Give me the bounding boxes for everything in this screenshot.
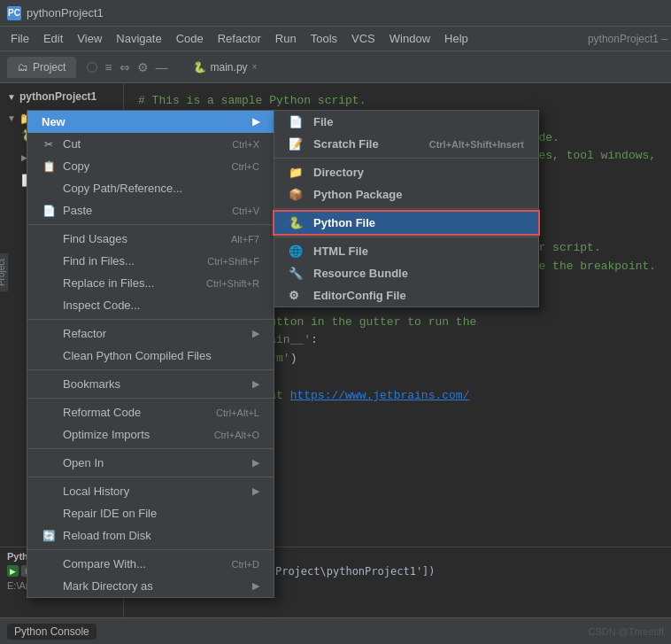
copy-shortcut: Ctrl+C	[232, 161, 259, 172]
ctx-find-usages[interactable]: Find Usages Alt+F7	[27, 228, 274, 250]
compare-label: Compare With...	[63, 557, 211, 570]
open-in-arrow: ▶	[252, 457, 259, 469]
console-play-btn[interactable]: ▶	[7, 565, 19, 577]
submenu-item-pypackage[interactable]: 📦 Python Package	[274, 183, 538, 206]
pypackage-icon: 📦	[289, 188, 306, 201]
ctx-repair-ide[interactable]: Repair IDE on File	[27, 502, 274, 524]
main-py-tab[interactable]: 🐍 main.py ×	[182, 57, 268, 78]
ctx-reformat[interactable]: Reformat Code Ctrl+Alt+L	[27, 401, 274, 423]
ctx-bookmarks[interactable]: Bookmarks ▶	[27, 373, 274, 395]
project-tab-icon: 🗂	[18, 61, 28, 74]
clean-label: Clean Python Compiled Files	[63, 349, 259, 362]
title-bar: PC pythonProject1	[0, 0, 671, 27]
ctx-copy-path[interactable]: Copy Path/Reference...	[27, 177, 274, 199]
editorconfig-icon: ⚙	[289, 289, 306, 302]
copy-label: Copy	[63, 159, 211, 173]
reformat-shortcut: Ctrl+Alt+L	[216, 407, 259, 418]
toolbar-gear-icon[interactable]: ⚙	[137, 60, 149, 74]
cut-icon: ✂	[42, 138, 56, 151]
find-files-shortcut: Ctrl+Shift+F	[207, 256, 259, 267]
status-console-label: Python Console	[7, 624, 96, 640]
menu-file[interactable]: File	[4, 28, 36, 49]
cut-shortcut: Ctrl+X	[232, 139, 259, 150]
submenu-sep-3	[274, 237, 538, 237]
submenu-item-scratch[interactable]: 📝 Scratch File Ctrl+Alt+Shift+Insert	[274, 133, 538, 155]
menu-run[interactable]: Run	[268, 28, 304, 49]
file-icon: 📄	[289, 115, 306, 128]
inspect-label: Inspect Code...	[63, 299, 259, 312]
find-files-label: Find in Files...	[63, 254, 186, 268]
submenu-item-html[interactable]: 🌐 HTML File	[274, 240, 538, 262]
refactor-arrow: ▶	[252, 328, 259, 339]
status-bar: Python Console CSDN @Threetiff	[0, 617, 671, 644]
ctx-new-header[interactable]: New ▶ 📄 File 📝 Scratch File Ctrl+Alt+Shi…	[27, 111, 274, 133]
submenu-item-file[interactable]: 📄 File	[274, 111, 538, 133]
menu-navigate[interactable]: Navigate	[109, 28, 168, 49]
submenu-item-directory[interactable]: 📁 Directory	[274, 161, 538, 183]
resource-label: Resource Bundle	[313, 267, 524, 280]
main-py-icon: 🐍	[193, 61, 206, 74]
local-history-arrow: ▶	[252, 485, 259, 497]
bookmarks-arrow: ▶	[252, 378, 259, 390]
toolbar-icon-2[interactable]: ≡	[104, 60, 112, 74]
menu-vcs[interactable]: VCS	[344, 28, 382, 49]
submenu-sep-2	[274, 208, 538, 209]
ctx-reload[interactable]: 🔄 Reload from Disk	[27, 524, 274, 547]
ctx-clean-python[interactable]: Clean Python Compiled Files	[27, 345, 274, 367]
reformat-label: Reformat Code	[63, 406, 195, 419]
ctx-inspect[interactable]: Inspect Code...	[27, 294, 274, 316]
menu-view[interactable]: View	[70, 28, 109, 49]
ctx-copy[interactable]: 📋 Copy Ctrl+C	[27, 155, 274, 177]
ctx-sep-6	[27, 477, 274, 477]
watermark-text: CSDN @Threetiff	[588, 626, 664, 637]
new-submenu: 📄 File 📝 Scratch File Ctrl+Alt+Shift+Ins…	[274, 110, 539, 307]
menu-tools[interactable]: Tools	[304, 28, 344, 49]
ctx-find-files[interactable]: Find in Files... Ctrl+Shift+F	[27, 250, 274, 272]
ctx-mark-dir[interactable]: Mark Directory as ▶	[27, 575, 274, 597]
ctx-compare[interactable]: Compare With... Ctrl+D	[27, 553, 274, 575]
scratch-shortcut: Ctrl+Alt+Shift+Insert	[429, 139, 524, 150]
submenu-item-resource[interactable]: 🔧 Resource Bundle	[274, 262, 538, 284]
menu-help[interactable]: Help	[437, 28, 475, 49]
ctx-refactor[interactable]: Refactor ▶	[27, 322, 274, 345]
project-tab[interactable]: 🗂 Project	[7, 57, 76, 78]
tab-close-icon[interactable]: ×	[252, 62, 258, 72]
toolbar: 🗂 Project ≡ ⇔ ⚙ — 🐍 main.py ×	[0, 51, 671, 83]
ctx-sep-7	[27, 549, 274, 550]
menu-refactor[interactable]: Refactor	[211, 28, 268, 49]
find-usages-label: Find Usages	[63, 232, 210, 245]
scratch-icon: 📝	[289, 137, 306, 151]
ctx-new-label: New	[42, 115, 66, 128]
pyfile-label: Python File	[313, 216, 524, 229]
paste-shortcut: Ctrl+V	[232, 206, 259, 216]
toolbar-icon-1[interactable]	[87, 62, 97, 73]
submenu-sep-1	[274, 158, 538, 159]
ctx-local-history[interactable]: Local History ▶	[27, 480, 274, 502]
submenu-item-pyfile[interactable]: 🐍 Python File	[274, 212, 538, 234]
scratch-label: Scratch File	[313, 137, 415, 151]
toolbar-minus-icon[interactable]: —	[156, 60, 168, 74]
ctx-optimize[interactable]: Optimize Imports Ctrl+Alt+O	[27, 423, 274, 446]
local-history-label: Local History	[63, 485, 245, 498]
menu-window[interactable]: Window	[382, 28, 437, 49]
pypackage-label: Python Package	[313, 188, 524, 201]
ctx-sep-1	[27, 224, 274, 225]
ctx-sep-2	[27, 319, 274, 320]
cut-label: Cut	[63, 137, 211, 151]
ctx-replace-files[interactable]: Replace in Files... Ctrl+Shift+R	[27, 272, 274, 294]
ctx-sep-5	[27, 448, 274, 449]
ctx-cut[interactable]: ✂ Cut Ctrl+X	[27, 133, 274, 155]
menu-bar: File Edit View Navigate Code Refactor Ru…	[0, 27, 671, 51]
menu-edit[interactable]: Edit	[36, 28, 70, 49]
editorconfig-label: EditorConfig File	[313, 289, 524, 302]
mark-dir-label: Mark Directory as	[63, 579, 245, 593]
file-label: File	[313, 115, 524, 128]
menu-code[interactable]: Code	[169, 28, 211, 49]
main-py-label: main.py	[211, 61, 248, 74]
ctx-open-in[interactable]: Open In ▶	[27, 452, 274, 474]
ctx-paste[interactable]: 📄 Paste Ctrl+V	[27, 199, 274, 221]
open-in-label: Open In	[63, 456, 245, 469]
submenu-item-editorconfig[interactable]: ⚙ EditorConfig File	[274, 284, 538, 306]
copy-icon: 📋	[42, 160, 56, 173]
toolbar-icon-3[interactable]: ⇔	[120, 60, 130, 74]
